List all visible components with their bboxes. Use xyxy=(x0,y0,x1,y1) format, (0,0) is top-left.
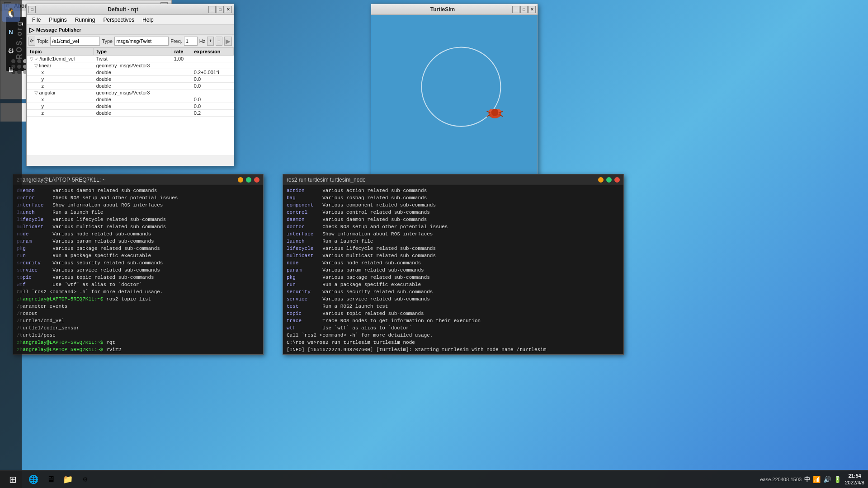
table-row[interactable]: ▽ angular geometry_msgs/Vector3 xyxy=(27,89,234,96)
rqt-close-button[interactable]: ✕ xyxy=(225,6,232,13)
table-row[interactable]: ▽ linear geometry_msgs/Vector3 xyxy=(27,62,234,69)
taskbar-app-browser[interactable]: 🌐 xyxy=(25,472,42,487)
term-line: topic Various topic related sub-commands xyxy=(287,310,620,317)
taskbar-system-icons: ease.220408-1503 中 📶 🔊 🔋 xyxy=(760,475,841,483)
table-row[interactable]: x double 0.0 xyxy=(27,96,234,103)
menu-perspectives[interactable]: Perspectives xyxy=(99,16,138,24)
turtlesim-canvas xyxy=(371,15,538,179)
col-expression: expression xyxy=(191,48,234,56)
sidebar-icon-linux[interactable]: 🐧 xyxy=(2,4,20,22)
taskbar-app-files[interactable]: 📁 xyxy=(60,472,76,487)
table-row[interactable]: z double 0.0 xyxy=(27,83,234,89)
term-line: wtf Use `wtf` as alias to `doctor` xyxy=(287,324,620,332)
left-terminal-titlebar[interactable]: zhangrelay@LAPTOP-5REQ7K1L: ~ xyxy=(13,174,263,185)
term-line: run Run a package specific executable xyxy=(287,281,620,288)
lang-indicator[interactable]: 中 xyxy=(804,475,810,483)
turtlesim-close[interactable]: ✕ xyxy=(528,6,536,13)
turtlesim-maximize[interactable]: □ xyxy=(520,6,528,13)
battery-icon: 🔋 xyxy=(834,476,841,483)
term-line: /parameter_events xyxy=(17,303,259,310)
table-row[interactable]: y double 0.0 xyxy=(27,76,234,83)
topic-input[interactable] xyxy=(50,37,100,46)
add-topic-btn[interactable]: + xyxy=(207,37,214,46)
term-line: /turtle1/cmd_vel xyxy=(17,317,259,324)
menu-file[interactable]: File xyxy=(28,16,44,24)
right-term-minimize[interactable] xyxy=(598,177,604,183)
menu-running[interactable]: Running xyxy=(71,16,99,24)
turtlesim-titlebar[interactable]: TurtleSim _ □ ✕ xyxy=(371,4,538,15)
type-label: Type xyxy=(102,38,113,44)
table-row[interactable]: x double 0.2+0.001*i xyxy=(27,69,234,76)
table-row[interactable]: z double 0.2 xyxy=(27,110,234,117)
start-icon: ⊞ xyxy=(9,474,17,485)
turtlesim-title: TurtleSim xyxy=(373,6,512,13)
term-line: doctor Check ROS setup and other potenti… xyxy=(17,194,259,202)
rqt-window: □ Default - rqt _ □ ✕ File Plugins Runni… xyxy=(26,4,234,166)
term-line: daemon Various daemon related sub-comman… xyxy=(287,216,620,223)
term-line: [INFO] [1651672280.082015400] [turtlesim… xyxy=(287,353,620,354)
term-line: security Various security related sub-co… xyxy=(17,259,259,267)
sidebar: 🐧 N ⚙ 🖥 xyxy=(0,0,22,488)
rqt-window-controls: _ □ ✕ xyxy=(208,6,232,13)
table-row[interactable]: y double 0.0 xyxy=(27,103,234,110)
clock-time: 21:54 xyxy=(845,473,864,479)
right-terminal-title: ros2 run turtlesim turtlesim_node xyxy=(287,177,598,183)
plugin-title: Message Publisher xyxy=(36,27,81,33)
term-line: launch Run a launch file xyxy=(17,209,259,216)
sidebar-icon-noetic[interactable]: N xyxy=(2,23,20,41)
start-button[interactable]: ⊞ xyxy=(4,472,22,487)
term-line: topic Various topic related sub-commands xyxy=(17,274,259,281)
taskbar-clock[interactable]: 21:54 2022/4/8 xyxy=(845,473,864,486)
rqt-titlebar[interactable]: □ Default - rqt _ □ ✕ xyxy=(27,4,234,15)
term-line: component Various component related sub-… xyxy=(287,202,620,209)
left-term-close[interactable] xyxy=(254,177,259,183)
term-line: lifecycle Various lifecycle related sub-… xyxy=(287,245,620,252)
taskbar-app-settings[interactable]: ⚙ xyxy=(77,472,93,487)
col-rate: rate xyxy=(171,48,191,56)
term-line: daemon Various daemon related sub-comman… xyxy=(17,187,259,194)
turtlesim-controls: _ □ ✕ xyxy=(512,6,536,13)
right-terminal: ros2 run turtlesim turtlesim_node action… xyxy=(283,174,624,355)
menu-help[interactable]: Help xyxy=(139,16,157,24)
left-terminal-controls xyxy=(238,177,259,183)
toolbar-refresh-btn[interactable]: ⟳ xyxy=(28,37,35,46)
term-line: security Various security related sub-co… xyxy=(287,288,620,296)
term-prompt-line: zhangrelay@LAPTOP-5REQ7K1L:~$ rviz2 xyxy=(17,346,259,353)
term-line: pkg Various package related sub-commands xyxy=(287,274,620,281)
term-line: Call `ros2 <command> -h` for more detail… xyxy=(17,288,259,296)
right-term-maximize[interactable] xyxy=(606,177,612,183)
term-line: wtf Use `wtf` as alias to `doctor` xyxy=(17,281,259,288)
turtlesim-minimize[interactable]: _ xyxy=(512,6,519,13)
rqt-minimize-button[interactable]: _ xyxy=(208,6,216,13)
publish-btn[interactable]: ▶ xyxy=(224,37,232,46)
menu-plugins[interactable]: Plugins xyxy=(45,16,70,24)
term-line: /rosout xyxy=(17,310,259,317)
term-line: multicast Various multicast related sub-… xyxy=(17,223,259,230)
term-line: param Various param related sub-commands xyxy=(287,267,620,274)
freq-input[interactable] xyxy=(184,37,198,46)
remove-topic-btn[interactable]: − xyxy=(216,37,222,46)
right-terminal-controls xyxy=(598,177,620,183)
type-input[interactable] xyxy=(114,37,169,46)
taskbar-keyboard-icon: ease.220408-1503 xyxy=(760,477,802,482)
term-line: service Various service related sub-comm… xyxy=(287,296,620,303)
term-line: param Various param related sub-commands xyxy=(17,238,259,245)
left-terminal: zhangrelay@LAPTOP-5REQ7K1L: ~ daemon Var… xyxy=(13,174,264,355)
term-line: test Run a ROS2 launch test xyxy=(287,303,620,310)
table-row[interactable]: ▽ ✓ /turtle1/cmd_vel Twist 1.00 xyxy=(27,56,234,62)
sidebar-icon-settings[interactable]: ⚙ xyxy=(2,42,20,60)
freq-label: Freq. xyxy=(170,38,182,44)
right-terminal-titlebar[interactable]: ros2 run turtlesim turtlesim_node xyxy=(283,174,623,185)
right-term-close[interactable] xyxy=(614,177,620,183)
taskbar-app-terminal[interactable]: 🖥 xyxy=(42,472,59,487)
term-line: doctor Check ROS setup and other potenti… xyxy=(287,223,620,230)
term-line: node Various node related sub-commands xyxy=(17,230,259,238)
sidebar-icon-terminal[interactable]: 🖥 xyxy=(2,61,20,79)
rqt-maximize-button[interactable]: □ xyxy=(217,6,224,13)
left-term-maximize[interactable] xyxy=(246,177,251,183)
desktop: 🐧 N ⚙ 🖥 □ Default - rqt _ □ ✕ File Plugi… xyxy=(0,0,868,488)
term-line: /turtle1/pose xyxy=(17,332,259,339)
term-line: interface Show information about ROS int… xyxy=(17,202,259,209)
left-term-minimize[interactable] xyxy=(238,177,243,183)
col-type: type xyxy=(94,48,171,56)
